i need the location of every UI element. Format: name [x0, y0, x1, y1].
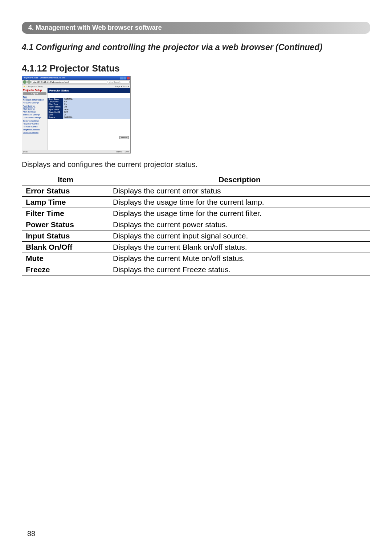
table-row: Input StatusDisplays the current input s…: [22, 230, 370, 242]
section-bar: 4. Management with Web browser software: [22, 22, 370, 34]
window-title: Projector Setup - Windows Internet Explo…: [23, 77, 65, 79]
tab-label[interactable]: Projector Setup: [28, 85, 43, 87]
desc-cell: Displays the current input signal source…: [109, 230, 370, 242]
maximize-icon[interactable]: [123, 77, 126, 79]
window-titlebar: Projector Setup - Windows Internet Explo…: [22, 76, 130, 80]
favorites-icon[interactable]: ★: [23, 85, 26, 87]
item-description-table: Item Description Error StatusDisplays th…: [22, 174, 370, 275]
sidebar-item[interactable]: Port Settings: [23, 105, 46, 107]
sidebar-item[interactable]: Network Restart: [23, 131, 46, 134]
status-label: Error Status: [48, 98, 63, 101]
status-value: NORMAL: [63, 116, 130, 119]
sidebar-item-active[interactable]: Projector Status: [23, 128, 46, 131]
close-icon[interactable]: [127, 77, 130, 79]
window-buttons: [120, 77, 130, 79]
desc-cell: Displays the current error status: [109, 185, 370, 197]
subsection-title: 4.1.12 Projector Status: [22, 63, 370, 74]
desc-cell: Displays the current Freeze status.: [109, 264, 370, 275]
sidebar-header: Projector Setup: [23, 89, 46, 91]
sidebar-item[interactable]: Remote Control: [23, 126, 46, 128]
sidebar-item[interactable]: Projector Control: [23, 123, 46, 125]
table-row: Lamp TimeDisplays the usage time for the…: [22, 197, 370, 208]
status-label: Lamp Time: [48, 101, 63, 103]
screenshot-status-table: Error StatusNORMAL Lamp Time5 h Filter T…: [48, 98, 130, 119]
status-value: RGB1: [63, 109, 130, 111]
status-value: ON: [63, 106, 130, 108]
status-value: 5 h: [63, 101, 130, 103]
status-label: Power Status: [48, 106, 63, 108]
page-number: 88: [27, 530, 35, 538]
status-value: OFF: [63, 114, 130, 116]
status-label: Input Status: [48, 109, 63, 111]
address-bar: http://192.168.1.10/admin/status.html Li…: [22, 80, 130, 85]
status-value: OFF: [63, 111, 130, 114]
table-row: MuteDisplays the current Mute on/off sta…: [22, 253, 370, 264]
section-title: 4.1 Configuring and controlling the proj…: [22, 42, 370, 52]
browser-toolbar: ★ ☆ Projector Setup Page ▾ Tools ▾: [22, 85, 130, 88]
screenshot-main-header: Projector Status: [48, 88, 130, 93]
back-icon[interactable]: [23, 80, 26, 84]
desc-cell: Displays the current Blank on/off status…: [109, 242, 370, 253]
desc-cell: Displays the usage time for the current …: [109, 208, 370, 219]
statusbar-left: Done: [23, 151, 28, 153]
status-label: Freeze: [48, 116, 63, 119]
sidebar-item[interactable]: Date/Time Settings: [23, 116, 46, 119]
sidebar-item[interactable]: Mail Settings: [23, 108, 46, 110]
table-row: Blank On/OffDisplays the current Blank o…: [22, 242, 370, 253]
table-row: FreezeDisplays the current Freeze status…: [22, 264, 370, 275]
table-header-description: Description: [109, 174, 370, 185]
status-value: 5 h: [63, 103, 130, 106]
item-cell: Blank On/Off: [22, 242, 109, 253]
sidebar-item[interactable]: Schedule Settings: [23, 114, 46, 116]
sidebar-item[interactable]: Network Information: [23, 99, 46, 101]
screenshot-sidebar: Projector Setup Logoff Top: Network Info…: [22, 88, 48, 150]
status-label: Blank On/Off: [48, 111, 63, 114]
search-field[interactable]: Live Search: [108, 81, 130, 83]
toolbar-right[interactable]: Page ▾ Tools ▾: [115, 85, 129, 87]
minimize-icon[interactable]: [120, 77, 123, 79]
screenshot-main: Projector Status Error StatusNORMAL Lamp…: [48, 88, 130, 150]
table-header-item: Item: [22, 174, 109, 185]
refresh-button[interactable]: Refresh: [119, 136, 129, 139]
sidebar-item[interactable]: Network Settings: [23, 102, 46, 104]
desc-cell: Displays the current power status.: [109, 219, 370, 230]
sidebar-item[interactable]: Alert Settings: [23, 111, 46, 113]
item-cell: Freeze: [22, 264, 109, 275]
status-label: Mute: [48, 114, 63, 116]
item-cell: Lamp Time: [22, 197, 109, 208]
item-cell: Filter Time: [22, 208, 109, 219]
item-cell: Mute: [22, 253, 109, 264]
statusbar-zoom: 100%: [124, 151, 129, 153]
table-row: Filter TimeDisplays the usage time for t…: [22, 208, 370, 219]
forward-icon[interactable]: [27, 80, 31, 84]
tab-area: ★ ☆ Projector Setup: [23, 85, 43, 87]
screenshot-browser-window: Projector Setup - Windows Internet Explo…: [22, 76, 131, 154]
desc-cell: Displays the usage time for the current …: [109, 197, 370, 208]
sidebar-item[interactable]: Top:: [23, 96, 46, 98]
table-row: Power StatusDisplays the current power s…: [22, 219, 370, 230]
logoff-button[interactable]: Logoff: [23, 92, 46, 95]
item-cell: Error Status: [22, 185, 109, 197]
browser-statusbar: Done Internet 100%: [22, 150, 130, 153]
url-field[interactable]: http://192.168.1.10/admin/status.html: [32, 81, 107, 83]
item-cell: Input Status: [22, 230, 109, 242]
table-row: Error StatusDisplays the current error s…: [22, 185, 370, 197]
status-value: NORMAL: [63, 98, 130, 101]
status-label: Filter Time: [48, 103, 63, 106]
intro-text: Displays and configures the current proj…: [22, 160, 370, 169]
item-cell: Power Status: [22, 219, 109, 230]
statusbar-internet: Internet: [116, 151, 122, 153]
sidebar-item[interactable]: Security Settings: [23, 120, 46, 122]
desc-cell: Displays the current Mute on/off status.: [109, 253, 370, 264]
